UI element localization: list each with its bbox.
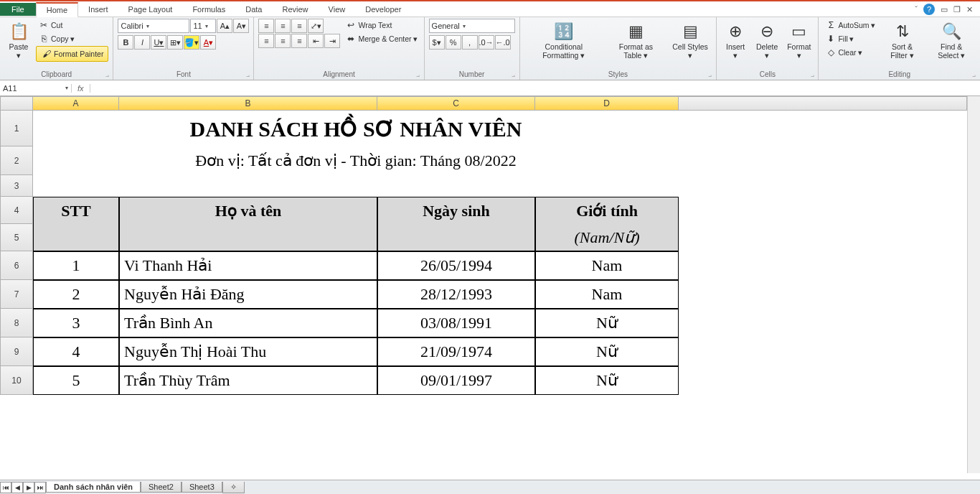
decrease-decimal-button[interactable]: ←.0	[495, 35, 511, 50]
delete-cells-button[interactable]: ⊖Delete▾	[753, 19, 781, 61]
sheet-nav-first[interactable]: ⏮	[0, 482, 11, 493]
help-icon[interactable]: ?	[923, 4, 935, 15]
row-header[interactable]: 3	[0, 175, 33, 197]
sheet-nav-next[interactable]: ▶	[23, 482, 34, 493]
grow-font-button[interactable]: A▴	[217, 19, 232, 33]
title-cell[interactable]: DANH SÁCH HỒ SƠ NHÂN VIÊN	[33, 111, 679, 146]
subtitle-cell[interactable]: Đơn vị: Tất cả đơn vị - Thời gian: Tháng…	[33, 146, 679, 175]
number-format-select[interactable]: General▾	[429, 19, 515, 33]
cell[interactable]	[535, 175, 679, 197]
tab-insert[interactable]: Insert	[78, 3, 118, 16]
cell-dob[interactable]: 21/09/1974	[377, 337, 535, 366]
sheet-nav-prev[interactable]: ◀	[11, 482, 23, 493]
paste-button[interactable]: 📋 Paste▾	[4, 19, 33, 61]
cell[interactable]	[377, 224, 535, 251]
collapse-ribbon-icon[interactable]: ˇ	[915, 5, 918, 14]
col-header-a[interactable]: A	[33, 96, 119, 111]
cell[interactable]	[33, 224, 119, 251]
fill-color-button[interactable]: 🪣▾	[184, 35, 199, 50]
cell-gender[interactable]: Nữ	[535, 309, 679, 337]
comma-button[interactable]: ,	[462, 35, 478, 50]
copy-button[interactable]: ⎘Copy ▾	[36, 32, 108, 45]
sort-filter-button[interactable]: ⇅Sort & Filter ▾	[880, 19, 925, 61]
cell[interactable]	[119, 224, 377, 251]
insert-cells-button[interactable]: ⊕Insert▾	[721, 19, 750, 61]
shrink-font-button[interactable]: A▾	[233, 19, 249, 33]
align-left-button[interactable]: ≡	[258, 34, 274, 48]
row-header[interactable]: 9	[0, 337, 33, 366]
tab-data[interactable]: Data	[235, 3, 272, 16]
tab-file[interactable]: File	[0, 3, 36, 16]
tab-home[interactable]: Home	[36, 2, 78, 17]
underline-button[interactable]: U▾	[151, 35, 166, 50]
wrap-text-button[interactable]: ↩Wrap Text	[343, 19, 419, 32]
minimize-icon[interactable]: ▭	[941, 5, 948, 14]
increase-indent-button[interactable]: ⇥	[324, 34, 340, 48]
sheet-tab-new[interactable]: ✧	[222, 482, 245, 493]
align-middle-button[interactable]: ≡	[275, 19, 291, 33]
cell-name[interactable]: Nguyễn Thị Hoài Thu	[119, 337, 377, 366]
row-header[interactable]: 8	[0, 309, 33, 337]
cell-styles-button[interactable]: ▤Cell Styles ▾	[669, 19, 712, 61]
increase-decimal-button[interactable]: .0→	[479, 35, 494, 50]
merge-center-button[interactable]: ⬌Merge & Center ▾	[343, 32, 419, 45]
col-header-b[interactable]: B	[119, 96, 377, 111]
tab-view[interactable]: View	[319, 3, 356, 16]
cell-dob[interactable]: 26/05/1994	[377, 251, 535, 280]
row-header[interactable]: 2	[0, 146, 33, 175]
tab-review[interactable]: Review	[272, 3, 318, 16]
row-header[interactable]: 5	[0, 224, 33, 251]
col-header-d[interactable]: D	[535, 96, 679, 111]
restore-icon[interactable]: ❐	[953, 5, 961, 14]
cell-stt[interactable]: 3	[33, 309, 119, 337]
conditional-formatting-button[interactable]: 🔢Conditional Formatting ▾	[524, 19, 603, 61]
font-name-select[interactable]: Calibri▾	[118, 19, 189, 33]
header-dob[interactable]: Ngày sinh	[377, 197, 535, 224]
vertical-scrollbar[interactable]	[967, 96, 980, 473]
cell-stt[interactable]: 2	[33, 280, 119, 309]
row-header[interactable]: 6	[0, 251, 33, 280]
cell-name[interactable]: Trần Thùy Trâm	[119, 366, 377, 395]
row-header[interactable]: 4	[0, 197, 33, 224]
cell-dob[interactable]: 03/08/1991	[377, 309, 535, 337]
italic-button[interactable]: I	[134, 35, 150, 50]
select-all-corner[interactable]	[0, 96, 33, 111]
format-as-table-button[interactable]: ▦Format as Table ▾	[606, 19, 666, 61]
tab-page-layout[interactable]: Page Layout	[118, 3, 183, 16]
header-stt[interactable]: STT	[33, 197, 119, 224]
format-painter-button[interactable]: 🖌Format Painter	[36, 46, 108, 62]
row-header[interactable]: 10	[0, 366, 33, 395]
close-icon[interactable]: ✕	[966, 5, 973, 14]
cell-gender[interactable]: Nam	[535, 280, 679, 309]
cell-name[interactable]: Vi Thanh Hải	[119, 251, 377, 280]
fx-icon[interactable]: fx	[72, 84, 90, 93]
orientation-button[interactable]: ⤢▾	[308, 19, 324, 33]
row-header[interactable]: 7	[0, 280, 33, 309]
cell-gender[interactable]: Nam	[535, 251, 679, 280]
header-gender-sub[interactable]: (Nam/Nữ)	[535, 224, 679, 251]
name-box[interactable]: A11▾	[0, 84, 72, 93]
format-cells-button[interactable]: ▭Format▾	[784, 19, 814, 61]
cut-button[interactable]: ✂Cut	[36, 19, 108, 32]
align-top-button[interactable]: ≡	[258, 19, 274, 33]
sheet-tab-active[interactable]: Danh sách nhân viên	[46, 482, 141, 493]
clear-button[interactable]: ◇Clear ▾	[823, 46, 877, 59]
decrease-indent-button[interactable]: ⇤	[308, 34, 324, 48]
cell-stt[interactable]: 4	[33, 337, 119, 366]
cell[interactable]	[119, 175, 377, 197]
align-right-button[interactable]: ≡	[291, 34, 307, 48]
row-header[interactable]: 1	[0, 111, 33, 146]
font-size-select[interactable]: 11▾	[190, 19, 216, 33]
cell-gender[interactable]: Nữ	[535, 366, 679, 395]
sheet-tab-3[interactable]: Sheet3	[182, 482, 222, 493]
tab-developer[interactable]: Developer	[355, 3, 411, 16]
cell-dob[interactable]: 28/12/1993	[377, 280, 535, 309]
align-bottom-button[interactable]: ≡	[291, 19, 307, 33]
cell[interactable]	[33, 175, 119, 197]
cell[interactable]	[377, 175, 535, 197]
cell-dob[interactable]: 09/01/1997	[377, 366, 535, 395]
cell-stt[interactable]: 1	[33, 251, 119, 280]
fill-button[interactable]: ⬇Fill ▾	[823, 32, 877, 45]
border-button[interactable]: ⊞▾	[167, 35, 183, 50]
align-center-button[interactable]: ≡	[275, 34, 291, 48]
